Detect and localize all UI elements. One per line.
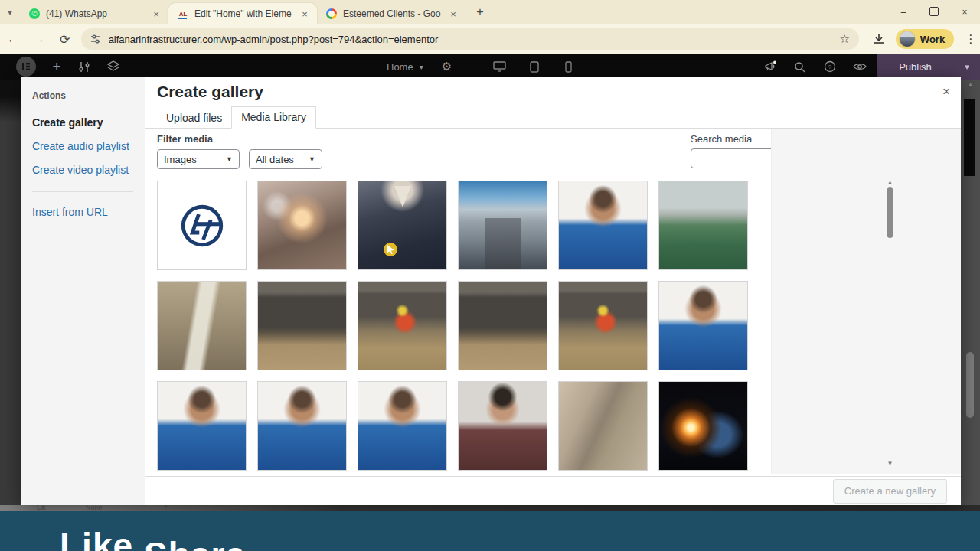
attachment-foundation-rebar[interactable] [458, 281, 547, 370]
dimmed-page-bottom-sliver: Lik None ▾ [0, 505, 980, 511]
scroll-up-icon[interactable]: ▲ [885, 179, 895, 186]
minimize-button[interactable]: – [888, 7, 919, 18]
modal-scrollbar-thumb[interactable] [887, 187, 893, 238]
sidebar-item-insert-from-url[interactable]: Insert from URL [32, 206, 145, 218]
add-element-icon[interactable]: + [47, 54, 66, 80]
browser-profile-button[interactable]: Work [896, 29, 954, 49]
modal-footer: Create a new gallery [145, 476, 961, 505]
tab-media-library[interactable]: Media Library [231, 106, 316, 129]
attachment-handshake[interactable] [257, 181, 347, 270]
modal-title: Create gallery [157, 83, 263, 101]
maximize-button[interactable] [919, 7, 949, 18]
chevron-down-icon: ▼ [226, 155, 233, 163]
site-settings-icon[interactable] [90, 34, 101, 44]
tab-upload-files[interactable]: Upload files [157, 108, 231, 129]
attachment-portrait-maroon-suit[interactable] [458, 381, 547, 471]
scroll-down-icon[interactable]: ▼ [885, 460, 895, 467]
chevron-down-icon: ▾ [420, 63, 423, 71]
browser-tab[interactable]: ALEdit "Home" with Elementor× [168, 3, 317, 24]
whats-new-megaphone-icon[interactable] [760, 54, 780, 80]
sidebar-item-create-video-playlist[interactable]: Create video playlist [32, 164, 145, 176]
attachment-concrete-slab[interactable] [558, 381, 648, 471]
sidebar-heading: Actions [32, 90, 145, 101]
finder-search-icon[interactable] [790, 54, 808, 80]
attachment-concrete-pole[interactable] [157, 281, 247, 370]
reload-button[interactable]: ⟳ [52, 32, 78, 47]
tab-close-icon[interactable]: × [150, 8, 162, 20]
tab-close-icon[interactable]: × [447, 8, 459, 20]
profile-label: Work [920, 34, 945, 45]
browser-menu-icon[interactable]: ⋮ [962, 32, 980, 46]
publish-button[interactable]: Publish [877, 61, 954, 73]
google-icon [326, 8, 337, 19]
sliver-caret: ▾ [165, 505, 168, 510]
structure-layers-icon[interactable] [104, 54, 122, 80]
page-scroll-up-icon[interactable]: ▲ [961, 81, 980, 88]
whatsapp-icon: ✆ [29, 8, 40, 19]
tab-close-icon[interactable]: × [299, 8, 311, 20]
preview-eye-icon[interactable] [850, 54, 870, 80]
attachment-earth-sunrise[interactable] [658, 381, 748, 471]
downloads-icon[interactable] [873, 33, 885, 45]
browser-tab[interactable]: ✆(41) WhatsApp× [20, 3, 168, 24]
attachment-portrait-blue-suit[interactable] [358, 381, 447, 471]
alfanar-favicon: AL [178, 8, 188, 19]
sidebar-items: Create galleryCreate audio playlistCreat… [32, 116, 145, 176]
browser-tab-strip: ▾ ✆(41) WhatsApp×ALEdit "Home" with Elem… [0, 0, 980, 24]
dimmed-page-right-edge: ▲ [961, 80, 980, 505]
sidebar-divider [32, 191, 133, 192]
media-date-select[interactable]: All dates ▼ [249, 149, 322, 169]
publish-options-chevron-icon[interactable]: ▾ [954, 62, 980, 72]
new-tab-button[interactable]: + [470, 2, 490, 22]
forward-button[interactable]: → [26, 32, 52, 46]
browser-tab[interactable]: Esteemed Clients - Google Sea× [317, 3, 466, 24]
create-new-gallery-button[interactable]: Create a new gallery [833, 479, 947, 504]
back-button[interactable]: ← [0, 32, 26, 46]
bookmark-star-icon[interactable]: ☆ [839, 32, 849, 46]
close-window-button[interactable]: × [949, 7, 980, 18]
attachment-worker-red[interactable] [358, 281, 447, 370]
modal-scrollbar: ▲ ▼ [885, 178, 895, 468]
mobile-preview-icon[interactable] [559, 54, 577, 80]
tablet-preview-icon[interactable] [525, 54, 544, 80]
attachment-foundation-rebar[interactable] [257, 281, 347, 370]
attachment-portrait-blue-suit[interactable] [558, 181, 648, 270]
publish-split-button[interactable]: Publish ▾ [877, 54, 980, 80]
attachment-lt-logo[interactable] [157, 181, 247, 270]
page-selector-label: Home [387, 61, 413, 73]
sidebar-item-create-audio-playlist[interactable]: Create audio playlist [32, 140, 145, 152]
help-icon[interactable]: ? [821, 54, 839, 80]
profile-avatar [899, 31, 916, 47]
sliver-fragment: Lik [37, 505, 46, 511]
address-bar[interactable]: alfanarinfrastructurer.com/wp-admin/post… [81, 28, 859, 50]
attachment-escalators[interactable] [458, 181, 547, 270]
page-scrollbar-thumb[interactable] [966, 352, 974, 418]
dimmed-page-left-edge [0, 80, 21, 505]
sidebar-item-create-gallery[interactable]: Create gallery [32, 116, 145, 129]
attachment-details-pane [771, 129, 961, 474]
attachment-portrait-blue-suit[interactable] [157, 381, 247, 471]
page-banner-band: LikeShare [0, 511, 980, 551]
media-type-value: Images [164, 154, 197, 165]
chevron-down-icon: ▼ [309, 155, 315, 163]
attachment-portrait-blue-suit[interactable] [257, 381, 347, 471]
tab-title: Esteemed Clients - Google Sea [343, 8, 441, 19]
attachment-portrait-blue-suit[interactable] [658, 281, 748, 370]
tabs-container: ✆(41) WhatsApp×ALEdit "Home" with Elemen… [20, 3, 466, 24]
banner-word-share: Share [144, 534, 246, 551]
gear-icon[interactable]: ⚙ [442, 60, 452, 73]
site-settings-sliders-icon[interactable] [75, 54, 93, 80]
elementor-logo-icon[interactable] [15, 54, 37, 80]
media-date-value: All dates [256, 154, 294, 165]
dimmed-content-block [964, 99, 975, 176]
mouse-cursor-highlight [384, 243, 397, 256]
attachment-site-green-fence[interactable] [658, 181, 748, 270]
attachment-worker-red[interactable] [558, 281, 648, 370]
modal-close-icon[interactable]: × [942, 84, 950, 99]
tab-search-chevron-icon[interactable]: ▾ [0, 2, 20, 23]
media-type-select[interactable]: Images ▼ [157, 149, 240, 169]
desktop-preview-icon[interactable] [490, 54, 508, 80]
lt-logo-mark [175, 198, 230, 253]
attachment-businessman-city[interactable] [358, 181, 447, 270]
page-selector[interactable]: Home ▾ ⚙ [387, 54, 452, 80]
